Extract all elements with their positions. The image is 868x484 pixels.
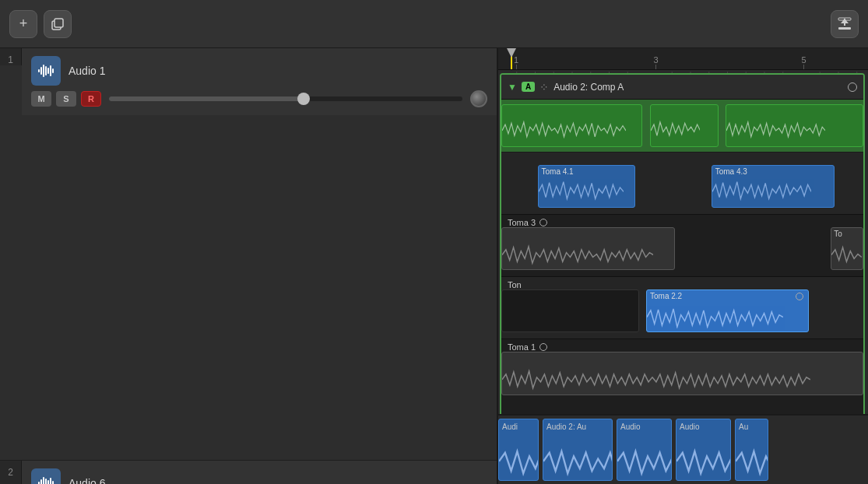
playhead-triangle (507, 48, 516, 58)
track-1-controls: Audio 1 M S R (22, 48, 497, 115)
svg-rect-15 (43, 477, 44, 484)
clip-toma22-label: Toma 2.2 (650, 292, 682, 300)
svg-rect-11 (50, 65, 51, 76)
waveform-active-3 (726, 118, 825, 143)
clip-toma3-partial[interactable]: To (831, 227, 863, 270)
waveform-t2c2 (543, 447, 613, 477)
lane-toma4: Toma 4.1 Toma 4.3 (501, 153, 863, 215)
waveform-icon (37, 61, 55, 80)
clip-toma41[interactable]: Toma 4.1 (538, 165, 636, 208)
waveform-t2c3 (617, 447, 672, 477)
track2-clip4-label: Audio (680, 423, 700, 431)
track2-clip5-label: Au (739, 423, 748, 431)
svg-rect-10 (47, 68, 49, 74)
svg-rect-7 (40, 67, 42, 75)
active-clip-1[interactable] (501, 104, 642, 147)
record-button-1[interactable]: R (81, 91, 101, 107)
active-clip-2[interactable] (650, 104, 719, 147)
comp-a-label: A (522, 82, 535, 92)
track-number-1: 1 (0, 48, 22, 65)
svg-rect-8 (43, 65, 44, 77)
svg-rect-14 (40, 479, 42, 484)
track-1-header: Audio 1 (31, 56, 487, 86)
mute-button-1[interactable]: M (31, 91, 51, 107)
toma1-circle[interactable] (539, 343, 547, 351)
waveform-active-1 (502, 118, 626, 143)
main-area: 1 Audio 1 (0, 48, 868, 484)
comp-mute-circle[interactable] (848, 82, 857, 92)
waveform-toma1 (502, 368, 810, 391)
clip-toma41-label: Toma 4.1 (542, 167, 574, 176)
lane-toma3: Toma 3 To (501, 215, 863, 277)
active-clip-3[interactable] (726, 104, 863, 147)
upload-button[interactable] (831, 10, 859, 38)
playhead-line (511, 48, 512, 69)
comp-collapse-arrow[interactable]: ▼ (508, 82, 517, 93)
clip-toma1[interactable] (501, 352, 863, 395)
waveform-t2c5 (736, 447, 768, 477)
comp-header: ▼ A ⁘ Audio 2: Comp A (501, 75, 863, 100)
track2-clip-5[interactable]: Au (735, 419, 768, 481)
track-1-name: Audio 1 (69, 65, 105, 77)
track2-clip-3[interactable]: Audio (617, 419, 672, 481)
waveform-t2c4 (676, 447, 731, 477)
track-row-2: 2 Audio 6 (0, 461, 497, 484)
fader-1[interactable] (109, 96, 462, 101)
clip-toma43[interactable]: Toma 4.3 (712, 165, 835, 208)
solo-button-1[interactable]: S (56, 91, 76, 107)
waveform-toma22 (647, 306, 783, 328)
track-1-icon (31, 56, 61, 86)
track2-clip1-label: Audi (502, 423, 518, 431)
comp-midi-icon: ⁘ (539, 81, 549, 93)
track-list: 1 Audio 1 (0, 48, 498, 484)
waveform-toma43 (712, 179, 811, 204)
waveform-active-2 (651, 118, 701, 143)
duplicate-button[interactable] (44, 10, 72, 38)
track2-clip3-label: Audio (620, 423, 641, 431)
add-button[interactable]: + (9, 10, 37, 38)
timeline-ruler: 1 3 5 (498, 48, 868, 70)
svg-rect-18 (50, 478, 51, 484)
waveform-toma41 (539, 179, 624, 204)
lane-active (501, 100, 863, 153)
track-2-icon (31, 468, 61, 484)
track-1-buttons: M S R (31, 90, 487, 107)
waveform-t2c1 (499, 447, 539, 477)
track2-clip-4[interactable]: Audio (676, 419, 731, 481)
lane-toma1-label: Toma 1 (508, 342, 547, 352)
comp-area: ▼ A ⁘ Audio 2: Comp A (498, 70, 868, 484)
track2-clip-1[interactable]: Audi (498, 419, 539, 481)
svg-rect-12 (52, 68, 54, 73)
track-number-2: 2 (0, 461, 22, 484)
pan-knob-1[interactable] (470, 90, 487, 107)
svg-rect-17 (47, 480, 49, 484)
lane-toma1: Toma 1 (501, 339, 863, 402)
track2-clip2-label: Audio 2: Au (546, 423, 586, 431)
comp-title: Audio 2: Comp A (553, 82, 843, 93)
duplicate-icon (50, 16, 65, 32)
svg-rect-6 (38, 69, 40, 72)
toolbar: + (0, 0, 868, 48)
track2-clips-area: Audi Audio 2: Au Audio (498, 414, 868, 484)
clip-toma3-main[interactable] (501, 227, 675, 270)
lane-toma3-label: Toma 3 (508, 218, 547, 227)
lane-toma2-label: Ton (508, 280, 522, 289)
track-2-controls: Audio 6 M S R (22, 461, 497, 484)
svg-marker-4 (841, 19, 849, 23)
clip-toma22[interactable]: Toma 2.2 (646, 289, 809, 332)
clip-toma43-label: Toma 4.3 (715, 167, 747, 176)
svg-rect-1 (54, 19, 63, 27)
waveform-icon-2 (37, 474, 55, 484)
track-2-header: Audio 6 (31, 468, 487, 484)
lane-toma2: Ton Toma 2.2 (501, 277, 863, 339)
svg-rect-19 (52, 481, 54, 484)
toma22-circle[interactable] (796, 293, 803, 300)
track-2-name: Audio 6 (69, 477, 105, 484)
svg-rect-2 (838, 27, 851, 30)
clip-toma2-dark (501, 289, 639, 332)
track2-clip-2[interactable]: Audio 2: Au (543, 419, 613, 481)
waveform-toma3-partial (831, 244, 862, 266)
track-row-1: 1 Audio 1 (0, 48, 497, 461)
toma3-circle[interactable] (539, 219, 547, 226)
svg-rect-16 (45, 479, 47, 484)
